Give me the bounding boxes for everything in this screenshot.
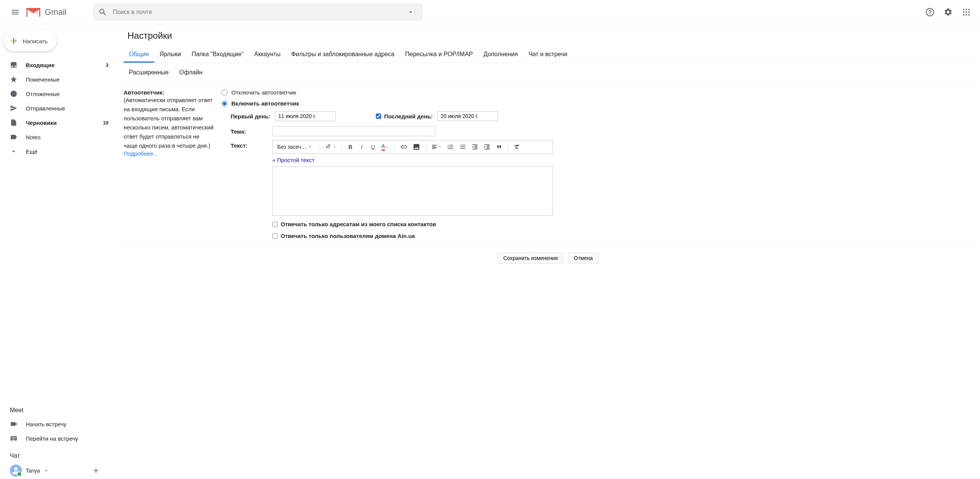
autoresponder-on-option[interactable]: Включить автоответчик xyxy=(221,100,972,107)
sidebar-item-3[interactable]: Отправленные xyxy=(0,101,116,115)
bulleted-list-button[interactable] xyxy=(458,142,468,152)
tab-Общие[interactable]: Общие xyxy=(124,47,154,62)
save-button[interactable]: Сохранить изменения xyxy=(498,252,563,264)
compose-label: Написать xyxy=(23,38,48,45)
support-button[interactable] xyxy=(922,5,937,20)
sidebar-item-5[interactable]: Notes xyxy=(0,130,116,144)
chat-user-row[interactable]: Tanya + xyxy=(0,462,116,479)
editor-toolbar: Без засеч… B I U A xyxy=(272,140,553,154)
tab-Дополнения[interactable]: Дополнения xyxy=(478,47,523,62)
svg-point-5 xyxy=(963,11,964,13)
sidebar-item-1[interactable]: Помеченные xyxy=(0,72,116,86)
sidebar-item-4[interactable]: Черновики10 xyxy=(0,115,116,130)
person-icon xyxy=(12,466,20,475)
meet-item-1[interactable]: Перейти на встречу xyxy=(0,431,116,445)
meet-item-0[interactable]: Начать встречу xyxy=(0,417,116,431)
search-input[interactable] xyxy=(107,9,404,16)
quote-icon xyxy=(496,144,503,150)
tab-Папка "Входящие"[interactable]: Папка "Входящие" xyxy=(186,47,249,62)
indent-more-button[interactable] xyxy=(482,142,492,152)
tab-Чат и встречи[interactable]: Чат и встречи xyxy=(523,47,573,62)
link-button[interactable] xyxy=(398,142,409,152)
list-bulleted-icon xyxy=(459,144,466,150)
underline-button[interactable]: U xyxy=(369,142,378,152)
new-chat-button[interactable]: + xyxy=(93,465,106,476)
logo[interactable]: Gmail xyxy=(26,6,66,18)
meet-item-label: Перейти на встречу xyxy=(26,435,108,442)
apps-grid-icon xyxy=(962,8,971,17)
tab-Офлайн[interactable]: Офлайн xyxy=(174,66,208,79)
meet-list: Начать встречуПерейти на встречу xyxy=(0,417,116,445)
svg-point-1 xyxy=(930,14,930,14)
user-avatar xyxy=(10,465,22,477)
chev-icon xyxy=(10,148,18,155)
caret-down-icon xyxy=(308,145,312,149)
search-options-button[interactable] xyxy=(404,5,418,19)
indent-less-button[interactable] xyxy=(470,142,480,152)
italic-button[interactable]: I xyxy=(357,142,366,152)
image-button[interactable] xyxy=(411,142,422,152)
autoresponder-off-radio[interactable] xyxy=(221,89,228,96)
last-day-input[interactable] xyxy=(437,111,498,121)
first-day-input[interactable] xyxy=(275,111,336,121)
tab-Фильтры и заблокированные адреса[interactable]: Фильтры и заблокированные адреса xyxy=(286,47,400,62)
help-icon xyxy=(925,8,934,17)
cancel-button[interactable]: Отмена xyxy=(568,252,598,264)
tab-Аккаунты[interactable]: Аккаунты xyxy=(249,47,286,62)
align-button[interactable] xyxy=(430,142,443,152)
star-icon xyxy=(10,75,18,83)
main-menu-button[interactable] xyxy=(6,3,24,21)
search-icon xyxy=(98,8,107,17)
compose-button[interactable]: Написать xyxy=(3,30,57,52)
link-icon xyxy=(400,143,407,151)
apps-button[interactable] xyxy=(959,5,974,20)
message-body-editor[interactable] xyxy=(272,166,553,216)
tab-Пересылка и POP/IMAP[interactable]: Пересылка и POP/IMAP xyxy=(400,47,478,62)
gmail-logo-icon xyxy=(26,6,41,18)
subject-input[interactable] xyxy=(272,126,435,136)
plain-text-link[interactable]: « Простой текст xyxy=(272,157,314,163)
svg-point-9 xyxy=(966,14,967,16)
remove-format-button[interactable] xyxy=(512,142,522,152)
svg-point-3 xyxy=(966,9,967,10)
quote-button[interactable] xyxy=(494,142,504,152)
image-icon xyxy=(413,143,420,151)
sidebar-item-count: 10 xyxy=(103,120,108,126)
svg-point-2 xyxy=(963,9,964,10)
sidebar-item-label: Входящие xyxy=(26,62,106,68)
settings-tabs: ОбщиеЯрлыкиПапка "Входящие"АккаунтыФильт… xyxy=(124,47,972,63)
search-bar[interactable] xyxy=(93,3,423,21)
svg-point-8 xyxy=(963,14,964,16)
bold-button[interactable]: B xyxy=(346,142,355,152)
font-family-select[interactable]: Без засеч… xyxy=(275,142,315,152)
first-day-label: Первый день: xyxy=(231,113,270,120)
settings-button[interactable] xyxy=(940,5,956,20)
contacts-only-checkbox[interactable] xyxy=(272,222,278,227)
domain-only-checkbox[interactable] xyxy=(272,233,278,239)
sidebar-item-label: Помеченные xyxy=(26,76,108,83)
sidebar-item-0[interactable]: Входящие3 xyxy=(0,58,116,72)
autoresponder-off-option[interactable]: Отключить автоответчик xyxy=(221,89,972,96)
tab-Ярлыки[interactable]: Ярлыки xyxy=(154,47,186,62)
product-name: Gmail xyxy=(45,7,66,17)
meet-item-label: Начать встречу xyxy=(26,421,108,427)
clock-icon xyxy=(10,90,18,97)
indent-decrease-icon xyxy=(471,144,478,150)
font-size-button[interactable] xyxy=(323,142,338,152)
tab-Расширенные[interactable]: Расширенные xyxy=(124,66,174,79)
sidebar-item-label: Черновики xyxy=(26,120,103,126)
autoresponder-on-radio[interactable] xyxy=(221,101,228,107)
chat-user-name: Tanya xyxy=(26,468,40,474)
send-icon xyxy=(10,104,18,112)
sidebar-item-label: Отправленные xyxy=(26,105,108,112)
page-title: Настройки xyxy=(124,30,972,41)
learn-more-link[interactable]: Подробнее... xyxy=(124,150,158,157)
sidebar-item-2[interactable]: Отложенные xyxy=(0,86,116,101)
caret-down-icon xyxy=(407,8,415,16)
autoresponder-section: Автоответчик: (Автоматически отправляет … xyxy=(124,83,972,246)
numbered-list-button[interactable] xyxy=(445,142,455,152)
last-day-checkbox[interactable] xyxy=(376,113,381,119)
svg-point-10 xyxy=(968,14,970,16)
sidebar-item-6[interactable]: Ещё xyxy=(0,144,116,159)
text-color-button[interactable]: A xyxy=(380,142,390,152)
